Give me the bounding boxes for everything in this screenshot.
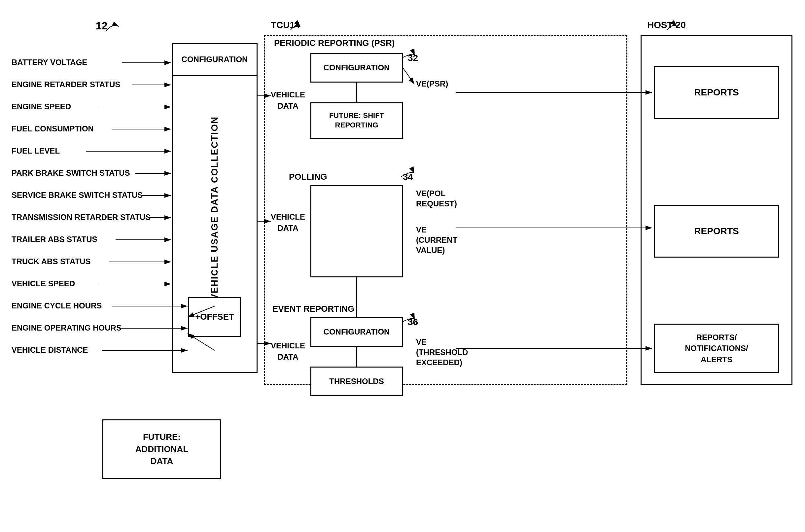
- psr-config-box: CONFIGURATION: [310, 53, 403, 82]
- polling-number: 34: [403, 172, 413, 182]
- host-reports-3: REPORTS/NOTIFICATIONS/ALERTS: [654, 324, 779, 373]
- ve-pol-label: VE(POLREQUEST): [416, 188, 457, 209]
- ve-threshold-label: VE(THRESHOLDEXCEEDED): [416, 337, 468, 368]
- host-label: HOST 20: [647, 20, 686, 31]
- tcu-label: TCU14: [271, 20, 300, 31]
- source-engine-cycle: ENGINE CYCLE HOURS: [12, 301, 102, 310]
- polling-vehicle-data: VEHICLEDATA: [271, 211, 305, 233]
- ve-psr-label: VE(PSR): [416, 79, 448, 89]
- psr-future-box: FUTURE: SHIFTREPORTING: [310, 102, 403, 139]
- host-reports-1: REPORTS: [654, 66, 779, 119]
- figure-number: 12: [96, 20, 108, 32]
- polling-label: POLLING: [289, 172, 327, 182]
- polling-box: [310, 185, 403, 278]
- source-trailer-abs: TRAILER ABS STATUS: [12, 235, 97, 244]
- event-config-box: CONFIGURATION: [310, 317, 403, 347]
- source-vehicle-speed: VEHICLE SPEED: [12, 279, 75, 288]
- psr-vehicle-data: VEHICLEDATA: [271, 89, 305, 111]
- source-truck-abs: TRUCK ABS STATUS: [12, 257, 91, 266]
- source-park-brake: PARK BRAKE SWITCH STATUS: [12, 168, 130, 178]
- source-fuel-consumption: FUEL CONSUMPTION: [12, 124, 94, 133]
- event-config-number: 36: [408, 317, 418, 328]
- source-fuel-level: FUEL LEVEL: [12, 146, 60, 155]
- source-engine-operating: ENGINE OPERATING HOURS: [12, 323, 121, 332]
- source-service-brake: SERVICE BRAKE SWITCH STATUS: [12, 191, 142, 200]
- source-trans-retarder: TRANSMISSION RETARDER STATUS: [12, 213, 151, 222]
- future-additional-box: FUTURE:ADDITIONALDATA: [102, 419, 221, 479]
- periodic-reporting-label: PERIODIC REPORTING (PSR): [274, 38, 395, 48]
- top-config-box: CONFIGURATION: [172, 43, 257, 76]
- source-vehicle-distance: VEHICLE DISTANCE: [12, 345, 88, 355]
- ve-current-label: VE(CURRENTVALUE): [416, 225, 457, 255]
- event-vehicle-data: VEHICLEDATA: [271, 340, 305, 362]
- source-battery-voltage: BATTERY VOLTAGE: [12, 58, 87, 67]
- source-engine-retarder: ENGINE RETARDER STATUS: [12, 80, 120, 89]
- psr-config-number: 32: [408, 53, 418, 63]
- offset-box: +OFFSET: [188, 297, 241, 337]
- event-reporting-label: EVENT REPORTING: [272, 304, 354, 314]
- source-engine-speed: ENGINE SPEED: [12, 102, 71, 111]
- thresholds-box: THRESHOLDS: [310, 366, 403, 396]
- host-reports-2: REPORTS: [654, 205, 779, 258]
